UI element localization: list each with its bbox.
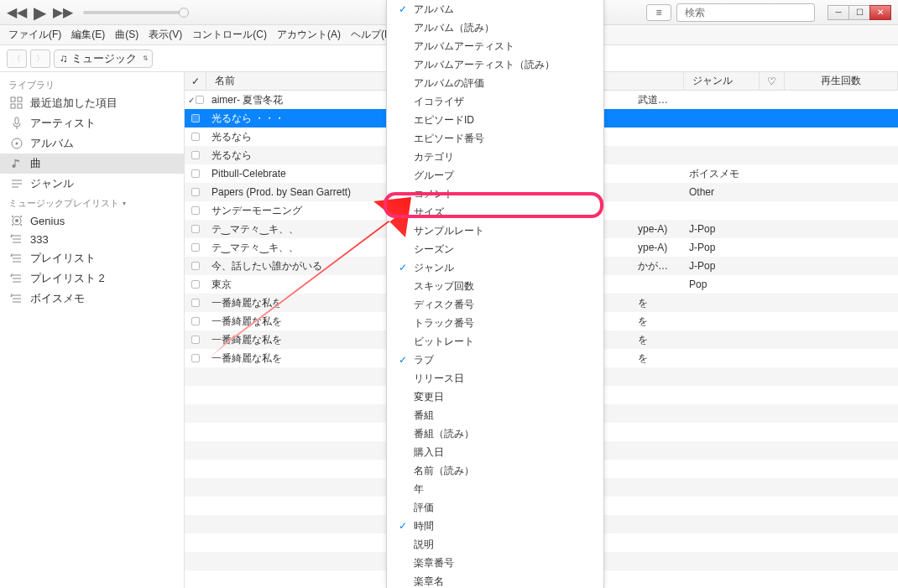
column-options-menu[interactable]: ✓アルバムアルバム（読み）アルバムアーティストアルバムアーティスト（読み）アルバ… (386, 0, 604, 588)
column-option[interactable]: 番組（読み） (387, 424, 603, 443)
svg-point-9 (16, 143, 18, 145)
song-checkbox[interactable] (191, 262, 200, 270)
song-checkbox[interactable] (191, 188, 200, 196)
sidebar-item[interactable]: 曲 (0, 154, 184, 174)
column-option[interactable]: スキップ回数 (387, 277, 603, 295)
search-input[interactable] (681, 7, 811, 18)
nav-back-button[interactable]: 〈 (7, 49, 27, 68)
column-option[interactable]: トラック番号 (387, 314, 603, 332)
sidebar-item[interactable]: Genius (0, 211, 184, 230)
column-love[interactable]: ♡ (760, 72, 785, 90)
column-option[interactable]: シーズン (387, 240, 603, 258)
column-option[interactable]: サンプルレート (387, 221, 603, 240)
note-icon (10, 157, 23, 170)
column-option[interactable]: アルバム（読み） (387, 18, 603, 37)
column-option[interactable]: 番組 (387, 406, 603, 424)
song-checkbox[interactable] (191, 225, 200, 233)
sidebar-playlists-header: ミュージックプレイリスト ▾ (0, 194, 184, 211)
column-option-label: アルバムアーティスト（読み） (414, 58, 598, 72)
volume-slider[interactable] (83, 11, 184, 14)
check-icon: ✓ (392, 262, 414, 273)
column-option[interactable]: リリース日 (387, 369, 603, 388)
column-option-label: 購入日 (414, 445, 598, 460)
close-button[interactable]: ✕ (869, 5, 891, 20)
column-option[interactable]: グループ (387, 166, 603, 185)
nav-forward-button[interactable]: 〉 (30, 49, 50, 68)
column-option[interactable]: 評価 (387, 498, 603, 517)
column-option[interactable]: エピソードID (387, 111, 603, 129)
sidebar-item[interactable]: 最近追加した項目 (0, 93, 184, 113)
next-track-button[interactable]: ▶▶ (53, 4, 73, 20)
search-box[interactable] (676, 3, 815, 22)
column-genre[interactable]: ジャンル (684, 72, 760, 90)
column-option[interactable]: 説明 (387, 535, 603, 554)
media-type-selector[interactable]: ♫ ミュージック ⇅ (54, 49, 153, 68)
sidebar-item[interactable]: ジャンル (0, 174, 184, 194)
column-option[interactable]: ✓アルバム (387, 0, 603, 18)
chevron-down-icon[interactable]: ▾ (123, 200, 126, 207)
song-checkbox[interactable] (191, 133, 200, 141)
sidebar-item[interactable]: ボイスメモ (0, 289, 184, 309)
check-icon: ✓ (392, 354, 414, 366)
disc-icon (10, 137, 23, 150)
volume-knob[interactable] (179, 8, 189, 18)
menu-item[interactable]: コントロール(C) (187, 28, 272, 42)
svg-rect-6 (15, 117, 18, 124)
column-plays[interactable]: 再生回数 (785, 72, 898, 90)
prev-track-button[interactable]: ◀◀ (7, 4, 27, 20)
song-genre: J-Pop (684, 242, 760, 253)
column-option[interactable]: 購入日 (387, 443, 603, 461)
sidebar-item[interactable]: アルバム (0, 133, 184, 154)
svg-point-18 (12, 224, 13, 226)
song-checkbox[interactable] (191, 280, 200, 289)
play-button[interactable]: ▶ (34, 3, 46, 23)
column-option[interactable]: ✓時間 (387, 517, 603, 535)
list-icon (10, 292, 23, 305)
column-check[interactable]: ✓ (185, 72, 206, 90)
sidebar-item[interactable]: 333 (0, 230, 184, 248)
menu-item[interactable]: 曲(S) (110, 28, 144, 42)
sidebar-item[interactable]: アーティスト (0, 113, 184, 133)
menu-item[interactable]: ファイル(F) (3, 28, 66, 42)
column-option[interactable]: エピソード番号 (387, 129, 603, 148)
song-checkbox[interactable] (191, 114, 200, 122)
menu-item[interactable]: 編集(E) (66, 28, 110, 42)
song-checkbox[interactable] (191, 336, 200, 344)
song-checkbox[interactable] (191, 354, 200, 362)
maximize-button[interactable]: ☐ (848, 5, 870, 20)
list-view-button[interactable]: ≡ (646, 4, 671, 21)
sidebar-item[interactable]: プレイリスト (0, 248, 184, 268)
song-checkbox[interactable] (191, 299, 200, 307)
song-album-fragment: 武道… (638, 93, 684, 107)
minimize-button[interactable]: ─ (828, 5, 849, 20)
song-checkbox[interactable] (191, 169, 200, 178)
column-option[interactable]: アルバムの評価 (387, 74, 603, 92)
song-checkbox[interactable] (196, 96, 204, 104)
menu-item[interactable]: 表示(V) (144, 28, 187, 42)
column-option[interactable]: ✓ラブ (387, 351, 603, 369)
column-option[interactable]: ディスク番号 (387, 295, 603, 314)
column-option-label: 番組（読み） (414, 427, 598, 441)
column-option[interactable]: 楽章名 (387, 572, 603, 588)
song-checkbox[interactable] (191, 206, 200, 215)
column-option[interactable]: アルバムアーティスト（読み） (387, 55, 603, 74)
column-option[interactable]: 変更日 (387, 388, 603, 406)
column-option[interactable]: 楽章番号 (387, 554, 603, 572)
song-checkbox[interactable] (191, 151, 200, 159)
column-option[interactable]: コメント (387, 185, 603, 203)
check-icon: ✓ (392, 3, 414, 15)
column-option[interactable]: 年 (387, 480, 603, 498)
column-option[interactable]: サイズ (387, 203, 603, 221)
column-option[interactable]: アルバムアーティスト (387, 37, 603, 55)
sidebar-item[interactable]: プレイリスト 2 (0, 268, 184, 289)
column-option[interactable]: カテゴリ (387, 148, 603, 166)
column-option[interactable]: ✓ジャンル (387, 258, 603, 277)
column-option[interactable]: ビットレート (387, 332, 603, 351)
column-option[interactable]: 名前（読み） (387, 461, 603, 480)
song-checkbox[interactable] (191, 243, 200, 252)
menu-item[interactable]: アカウント(A) (272, 28, 346, 42)
song-checkbox[interactable] (191, 317, 200, 325)
column-option[interactable]: イコライザ (387, 92, 603, 111)
song-genre: J-Pop (684, 223, 760, 235)
song-album-fragment: を (638, 333, 684, 347)
